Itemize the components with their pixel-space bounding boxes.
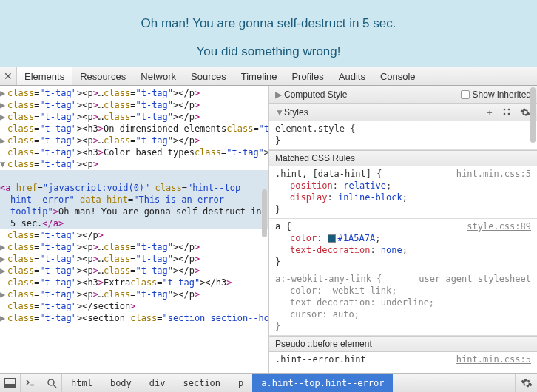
- svg-line-8: [53, 385, 56, 388]
- dom-node[interactable]: class="t-tag"></section>: [0, 300, 268, 312]
- dom-node[interactable]: ▶class="t-tag"><p>…class="t-tag"></p>: [0, 253, 268, 265]
- banner-line-2: You did something wrong!: [0, 44, 537, 59]
- css-value[interactable]: underline: [381, 297, 429, 308]
- dom-node[interactable]: class="t-tag"><h3>Color based typesclass…: [0, 146, 268, 158]
- dom-node[interactable]: ▶class="t-tag"><p>…class="t-tag"></p>: [0, 99, 268, 111]
- breadcrumb-item[interactable]: div: [141, 374, 175, 392]
- rule-selector: .hint, [data-hint]: [275, 169, 371, 179]
- settings-gear-icon[interactable]: [515, 374, 537, 392]
- breadcrumb-item[interactable]: p: [229, 374, 252, 392]
- svg-point-0: [504, 108, 506, 110]
- expand-arrow-icon[interactable]: ▶: [0, 288, 7, 300]
- dom-node[interactable]: ▼class="t-tag"><p>: [0, 158, 268, 170]
- breadcrumb-item[interactable]: html: [62, 374, 101, 392]
- dom-node[interactable]: ▶class="t-tag"><p>…class="t-tag"></p>: [0, 288, 268, 300]
- css-value[interactable]: -webkit-link: [328, 285, 392, 296]
- expand-arrow-icon[interactable]: ▶: [0, 87, 7, 99]
- styles-label: Styles: [284, 107, 308, 118]
- breadcrumb-item[interactable]: body: [101, 374, 141, 392]
- dom-node[interactable]: class="t-tag"><h3>On dimensioned element…: [0, 123, 268, 135]
- devtools-toolbar: ✕ ElementsResourcesNetworkSourcesTimelin…: [0, 67, 537, 86]
- expand-arrow-icon[interactable]: ▶: [0, 253, 7, 265]
- toggle-state-icon[interactable]: [501, 107, 513, 118]
- expand-arrow-icon[interactable]: ▶: [0, 241, 7, 253]
- console-icon[interactable]: [21, 374, 41, 392]
- pseudo-before-header: Pseudo ::before element: [269, 336, 537, 352]
- css-value[interactable]: auto: [333, 309, 354, 320]
- css-property[interactable]: cursor: [290, 309, 322, 320]
- rule-source-link[interactable]: hint.min.css:5: [456, 168, 531, 180]
- svg-point-2: [504, 112, 506, 115]
- element-style-rule[interactable]: element.style { }: [269, 121, 537, 150]
- breadcrumb-bar: htmlbodydivsectionpa.hint--top.hint--err…: [0, 373, 537, 392]
- css-property[interactable]: display: [290, 192, 328, 203]
- dom-node[interactable]: ▶class="t-tag"><section class="section s…: [0, 312, 268, 324]
- dom-node[interactable]: class="t-tag"><h3>Extraclass="t-tag"></h…: [0, 277, 268, 288]
- tab-network[interactable]: Network: [133, 67, 183, 85]
- gear-icon[interactable]: [519, 107, 531, 118]
- scrollbar-thumb[interactable]: [262, 189, 267, 237]
- rule-source-link[interactable]: user agent stylesheet: [419, 273, 531, 285]
- rule-selector: .hint--error.hint: [275, 354, 366, 365]
- chevron-right-icon: ▶: [275, 89, 284, 101]
- tab-timeline[interactable]: Timeline: [234, 67, 285, 85]
- svg-point-3: [508, 112, 510, 115]
- show-inherited-checkbox[interactable]: [461, 90, 470, 99]
- css-value[interactable]: #1A5A7A: [338, 233, 376, 243]
- element-style-selector: element.style {: [275, 124, 355, 134]
- rule-source-link[interactable]: hint.min.css:5: [456, 354, 531, 365]
- tab-console[interactable]: Console: [373, 67, 423, 85]
- expand-arrow-icon[interactable]: ▶: [0, 135, 7, 146]
- tab-sources[interactable]: Sources: [183, 67, 234, 85]
- matched-rules-header: Matched CSS Rules: [269, 150, 537, 166]
- rule-source-link[interactable]: style.css:89: [467, 220, 531, 232]
- breadcrumb-item[interactable]: a.hint--top.hint--error: [252, 374, 393, 392]
- search-icon[interactable]: [41, 374, 62, 392]
- add-rule-icon[interactable]: ＋: [484, 107, 496, 118]
- css-rule[interactable]: hint.min.css:5 .hint--error.hint: [269, 352, 537, 365]
- tab-elements[interactable]: Elements: [16, 67, 72, 85]
- computed-style-label: Computed Style: [284, 89, 347, 101]
- dom-node[interactable]: ▶class="t-tag"><p>…class="t-tag"></p>: [0, 265, 268, 277]
- css-value[interactable]: none: [381, 245, 402, 255]
- css-rule[interactable]: hint.min.css:5.hint, [data-hint] {positi…: [269, 166, 537, 219]
- expand-arrow-icon[interactable]: ▶: [0, 265, 7, 277]
- dom-node[interactable]: ▶class="t-tag"><p>…class="t-tag"></p>: [0, 87, 268, 99]
- css-property[interactable]: color: [290, 285, 317, 296]
- breadcrumb-item[interactable]: section: [175, 374, 230, 392]
- css-property[interactable]: color: [290, 233, 317, 243]
- expand-arrow-icon[interactable]: ▶: [0, 312, 7, 324]
- dom-node[interactable]: <a href="javascript:void(0)" class="hint…: [0, 170, 268, 229]
- dock-icon[interactable]: [0, 374, 21, 392]
- styles-header[interactable]: ▼ Styles ＋: [269, 104, 537, 121]
- dom-node[interactable]: class="t-tag"></p>: [0, 229, 268, 241]
- color-swatch[interactable]: [328, 234, 336, 243]
- expand-arrow-icon[interactable]: ▶: [0, 111, 7, 123]
- dom-node[interactable]: ▶class="t-tag"><p>…class="t-tag"></p>: [0, 135, 268, 146]
- css-rule[interactable]: style.css:89a {color: #1A5A7A;text-decor…: [269, 219, 537, 271]
- css-value[interactable]: relative: [343, 180, 386, 191]
- tab-profiles[interactable]: Profiles: [284, 67, 331, 85]
- css-property[interactable]: text-decoration: [290, 297, 370, 308]
- dom-node[interactable]: ▶class="t-tag"><p>…class="t-tag"></p>: [0, 111, 268, 123]
- svg-rect-5: [5, 384, 15, 387]
- close-icon[interactable]: ✕: [0, 67, 16, 85]
- css-property[interactable]: text-decoration: [290, 245, 370, 255]
- show-inherited-label: Show inherited: [473, 89, 531, 101]
- svg-point-7: [48, 379, 54, 385]
- css-property[interactable]: position: [290, 180, 333, 191]
- dom-node[interactable]: ▶class="t-tag"><p>…class="t-tag"></p>: [0, 241, 268, 253]
- banner-line-1: Oh man! You are gonna self-destruct in 5…: [0, 16, 537, 31]
- styles-panel: ▶ Computed Style Show inherited ▼ Styles…: [269, 86, 537, 373]
- computed-style-header[interactable]: ▶ Computed Style Show inherited: [269, 86, 537, 104]
- css-value[interactable]: inline-block: [338, 192, 402, 203]
- expand-arrow-icon[interactable]: ▶: [0, 99, 7, 111]
- css-rule[interactable]: user agent stylesheeta:-webkit-any-link …: [269, 271, 537, 336]
- expand-arrow-icon[interactable]: ▼: [0, 158, 7, 170]
- rule-selector: a:-webkit-any-link: [275, 274, 371, 284]
- tab-resources[interactable]: Resources: [72, 67, 133, 85]
- rule-selector: a: [275, 221, 280, 232]
- svg-point-1: [508, 108, 510, 110]
- tab-audits[interactable]: Audits: [331, 67, 373, 85]
- dom-tree[interactable]: ▶class="t-tag"><p>…class="t-tag"></p>▶cl…: [0, 86, 269, 373]
